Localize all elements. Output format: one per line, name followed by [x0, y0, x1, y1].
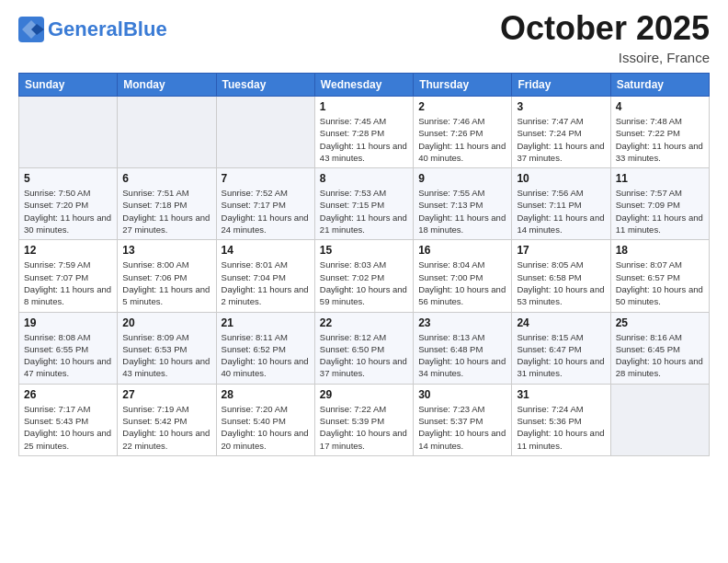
day-number: 15	[320, 244, 408, 257]
calendar-cell: 24Sunrise: 8:15 AM Sunset: 6:47 PM Dayli…	[512, 312, 610, 384]
calendar-cell: 23Sunrise: 8:13 AM Sunset: 6:48 PM Dayli…	[414, 312, 512, 384]
day-info: Sunrise: 7:20 AM Sunset: 5:40 PM Dayligh…	[222, 403, 310, 452]
day-info: Sunrise: 7:19 AM Sunset: 5:42 PM Dayligh…	[122, 403, 210, 452]
calendar-cell: 22Sunrise: 8:12 AM Sunset: 6:50 PM Dayli…	[314, 312, 413, 384]
calendar-cell: 17Sunrise: 8:05 AM Sunset: 6:58 PM Dayli…	[512, 240, 610, 312]
day-info: Sunrise: 7:56 AM Sunset: 7:11 PM Dayligh…	[517, 187, 605, 236]
calendar-cell: 7Sunrise: 7:52 AM Sunset: 7:17 PM Daylig…	[216, 168, 314, 240]
day-number: 31	[517, 388, 605, 401]
logo-line2: Blue	[123, 17, 167, 40]
day-info: Sunrise: 8:05 AM Sunset: 6:58 PM Dayligh…	[517, 259, 605, 307]
calendar-cell: 13Sunrise: 8:00 AM Sunset: 7:06 PM Dayli…	[118, 240, 216, 312]
calendar-cell: 6Sunrise: 7:51 AM Sunset: 7:18 PM Daylig…	[118, 168, 216, 240]
day-number: 26	[24, 388, 112, 401]
day-info: Sunrise: 7:55 AM Sunset: 7:13 PM Dayligh…	[418, 187, 506, 236]
day-number: 1	[320, 100, 408, 113]
day-info: Sunrise: 7:22 AM Sunset: 5:39 PM Dayligh…	[320, 403, 408, 452]
day-number: 24	[517, 316, 605, 329]
calendar-cell: 9Sunrise: 7:55 AM Sunset: 7:13 PM Daylig…	[414, 168, 512, 240]
day-number: 3	[517, 100, 605, 113]
weekday-header-thursday: Thursday	[414, 74, 512, 97]
weekday-header-wednesday: Wednesday	[314, 74, 413, 97]
calendar-cell: 18Sunrise: 8:07 AM Sunset: 6:57 PM Dayli…	[610, 240, 709, 312]
logo-icon	[18, 17, 44, 42]
calendar-cell	[610, 384, 709, 455]
day-number: 8	[320, 172, 408, 185]
day-info: Sunrise: 8:01 AM Sunset: 7:04 PM Dayligh…	[222, 259, 310, 307]
calendar-week-row: 12Sunrise: 7:59 AM Sunset: 7:07 PM Dayli…	[19, 240, 710, 312]
day-number: 17	[517, 244, 605, 257]
calendar-cell: 3Sunrise: 7:47 AM Sunset: 7:24 PM Daylig…	[512, 97, 610, 168]
calendar-cell	[118, 97, 216, 168]
day-info: Sunrise: 7:23 AM Sunset: 5:37 PM Dayligh…	[418, 403, 506, 452]
day-info: Sunrise: 7:45 AM Sunset: 7:28 PM Dayligh…	[320, 115, 408, 164]
calendar-cell: 21Sunrise: 8:11 AM Sunset: 6:52 PM Dayli…	[216, 312, 314, 384]
calendar-cell: 15Sunrise: 8:03 AM Sunset: 7:02 PM Dayli…	[314, 240, 413, 312]
day-info: Sunrise: 8:16 AM Sunset: 6:45 PM Dayligh…	[616, 331, 704, 380]
day-number: 30	[418, 388, 506, 401]
calendar-cell: 30Sunrise: 7:23 AM Sunset: 5:37 PM Dayli…	[414, 384, 512, 455]
day-info: Sunrise: 7:50 AM Sunset: 7:20 PM Dayligh…	[24, 187, 112, 236]
weekday-header-saturday: Saturday	[610, 74, 709, 97]
calendar-cell: 14Sunrise: 8:01 AM Sunset: 7:04 PM Dayli…	[216, 240, 314, 312]
day-number: 7	[222, 172, 310, 185]
logo-line1: General	[48, 17, 123, 40]
page-header: GeneralBlue October 2025 Issoire, France	[18, 9, 710, 65]
day-number: 18	[616, 244, 704, 257]
day-info: Sunrise: 7:47 AM Sunset: 7:24 PM Dayligh…	[517, 115, 605, 164]
day-number: 27	[122, 388, 210, 401]
day-number: 10	[517, 172, 605, 185]
day-number: 22	[320, 316, 408, 329]
calendar-week-row: 1Sunrise: 7:45 AM Sunset: 7:28 PM Daylig…	[19, 97, 710, 168]
logo-text: GeneralBlue	[48, 18, 167, 40]
day-number: 9	[418, 172, 506, 185]
day-info: Sunrise: 8:04 AM Sunset: 7:00 PM Dayligh…	[418, 259, 506, 307]
day-info: Sunrise: 8:12 AM Sunset: 6:50 PM Dayligh…	[320, 331, 408, 380]
day-info: Sunrise: 7:53 AM Sunset: 7:15 PM Dayligh…	[320, 187, 408, 236]
weekday-header-monday: Monday	[118, 74, 216, 97]
day-info: Sunrise: 8:11 AM Sunset: 6:52 PM Dayligh…	[222, 331, 310, 380]
weekday-header-row: SundayMondayTuesdayWednesdayThursdayFrid…	[19, 74, 710, 97]
calendar-cell: 28Sunrise: 7:20 AM Sunset: 5:40 PM Dayli…	[216, 384, 314, 455]
weekday-header-tuesday: Tuesday	[216, 74, 314, 97]
calendar-week-row: 19Sunrise: 8:08 AM Sunset: 6:55 PM Dayli…	[19, 312, 710, 384]
day-info: Sunrise: 8:00 AM Sunset: 7:06 PM Dayligh…	[122, 259, 210, 307]
calendar-cell: 19Sunrise: 8:08 AM Sunset: 6:55 PM Dayli…	[19, 312, 118, 384]
day-info: Sunrise: 7:17 AM Sunset: 5:43 PM Dayligh…	[24, 403, 112, 452]
day-info: Sunrise: 7:52 AM Sunset: 7:17 PM Dayligh…	[222, 187, 310, 236]
calendar-cell: 11Sunrise: 7:57 AM Sunset: 7:09 PM Dayli…	[610, 168, 709, 240]
day-number: 16	[418, 244, 506, 257]
calendar-cell: 2Sunrise: 7:46 AM Sunset: 7:26 PM Daylig…	[414, 97, 512, 168]
calendar-cell: 25Sunrise: 8:16 AM Sunset: 6:45 PM Dayli…	[610, 312, 709, 384]
day-number: 14	[222, 244, 310, 257]
day-number: 20	[122, 316, 210, 329]
day-number: 5	[24, 172, 112, 185]
calendar-cell	[19, 97, 118, 168]
day-info: Sunrise: 8:13 AM Sunset: 6:48 PM Dayligh…	[418, 331, 506, 380]
day-number: 29	[320, 388, 408, 401]
calendar-cell: 26Sunrise: 7:17 AM Sunset: 5:43 PM Dayli…	[19, 384, 118, 455]
day-info: Sunrise: 8:15 AM Sunset: 6:47 PM Dayligh…	[517, 331, 605, 380]
day-number: 12	[24, 244, 112, 257]
day-number: 13	[122, 244, 210, 257]
day-number: 6	[122, 172, 210, 185]
day-number: 25	[616, 316, 704, 329]
location: Issoire, France	[500, 50, 710, 65]
calendar-cell: 5Sunrise: 7:50 AM Sunset: 7:20 PM Daylig…	[19, 168, 118, 240]
calendar-cell: 8Sunrise: 7:53 AM Sunset: 7:15 PM Daylig…	[314, 168, 413, 240]
day-info: Sunrise: 8:09 AM Sunset: 6:53 PM Dayligh…	[122, 331, 210, 380]
day-info: Sunrise: 7:51 AM Sunset: 7:18 PM Dayligh…	[122, 187, 210, 236]
day-number: 28	[222, 388, 310, 401]
calendar-week-row: 5Sunrise: 7:50 AM Sunset: 7:20 PM Daylig…	[19, 168, 710, 240]
logo: GeneralBlue	[18, 17, 167, 42]
day-number: 2	[418, 100, 506, 113]
day-number: 11	[616, 172, 704, 185]
day-number: 21	[222, 316, 310, 329]
day-info: Sunrise: 8:07 AM Sunset: 6:57 PM Dayligh…	[616, 259, 704, 307]
calendar-cell: 31Sunrise: 7:24 AM Sunset: 5:36 PM Dayli…	[512, 384, 610, 455]
day-info: Sunrise: 8:03 AM Sunset: 7:02 PM Dayligh…	[320, 259, 408, 307]
weekday-header-friday: Friday	[512, 74, 610, 97]
calendar-cell: 4Sunrise: 7:48 AM Sunset: 7:22 PM Daylig…	[610, 97, 709, 168]
day-info: Sunrise: 8:08 AM Sunset: 6:55 PM Dayligh…	[24, 331, 112, 380]
day-info: Sunrise: 7:46 AM Sunset: 7:26 PM Dayligh…	[418, 115, 506, 164]
